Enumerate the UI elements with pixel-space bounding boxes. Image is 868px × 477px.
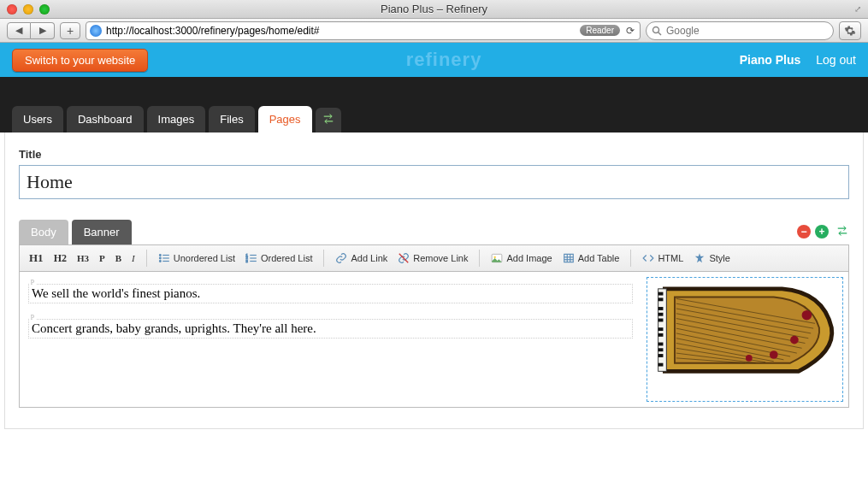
add-link-button[interactable]: Add Link xyxy=(331,250,392,267)
ordered-list-button[interactable]: 123 Ordered List xyxy=(241,250,317,267)
page-part-tabs: Body Banner − + xyxy=(19,220,849,244)
refinery-logo: refinery xyxy=(148,49,739,71)
svg-rect-45 xyxy=(658,319,664,322)
back-button[interactable]: ◀ xyxy=(7,22,31,39)
gear-icon xyxy=(844,25,856,37)
svg-rect-47 xyxy=(658,333,664,337)
html-icon xyxy=(642,252,654,264)
editor-area: We sell the world's finest pianos. Conce… xyxy=(19,271,849,408)
url-input[interactable] xyxy=(106,25,576,37)
tab-files[interactable]: Files xyxy=(209,106,254,132)
svg-rect-48 xyxy=(658,343,664,346)
editor-toolbar: H1 H2 H3 P B I Unordered List 123 Ordere… xyxy=(19,244,849,271)
svg-rect-43 xyxy=(658,307,664,310)
ol-icon: 123 xyxy=(245,252,257,264)
editor-image-slot[interactable] xyxy=(647,277,843,402)
window-titlebar: Piano Plus – Refinery ⤢ xyxy=(0,0,868,19)
window-title: Piano Plus – Refinery xyxy=(0,3,868,15)
table-icon xyxy=(563,252,575,264)
svg-rect-17 xyxy=(564,254,573,262)
reorder-icon xyxy=(322,113,334,125)
forward-button[interactable]: ▶ xyxy=(31,22,55,39)
h2-button[interactable]: H2 xyxy=(50,250,71,268)
svg-point-37 xyxy=(790,336,799,344)
add-bookmark-button[interactable]: + xyxy=(60,22,80,39)
svg-rect-46 xyxy=(658,327,664,331)
add-image-button[interactable]: Add Image xyxy=(487,250,556,267)
svg-point-4 xyxy=(159,257,161,259)
address-bar[interactable]: Reader ⟳ xyxy=(86,21,641,40)
bold-button[interactable]: B xyxy=(111,250,126,266)
search-icon xyxy=(652,26,662,36)
remove-link-button[interactable]: Remove Link xyxy=(393,250,472,267)
editor-paragraph[interactable]: Concert grands, baby grands, uprights. T… xyxy=(28,319,633,339)
browser-toolbar: ◀ ▶ + Reader ⟳ xyxy=(0,19,868,43)
admin-nav: Users Dashboard Images Files Pages xyxy=(0,77,868,132)
search-bar[interactable] xyxy=(646,21,834,40)
paragraph-button[interactable]: P xyxy=(95,250,109,266)
svg-rect-44 xyxy=(658,313,664,316)
piano-image xyxy=(650,280,840,383)
content-editable[interactable]: We sell the world's finest pianos. Conce… xyxy=(20,272,641,407)
unordered-list-button[interactable]: Unordered List xyxy=(154,250,239,267)
svg-point-6 xyxy=(159,261,161,262)
svg-point-2 xyxy=(159,255,161,256)
ul-icon xyxy=(158,252,170,264)
svg-point-39 xyxy=(746,355,753,362)
reload-icon[interactable]: ⟳ xyxy=(624,25,636,37)
page-form: Title Body Banner − + H1 H2 H3 P B I Uno… xyxy=(4,132,864,429)
part-tab-banner[interactable]: Banner xyxy=(72,220,132,244)
svg-point-38 xyxy=(770,350,778,359)
title-label: Title xyxy=(19,148,849,161)
svg-point-36 xyxy=(802,310,812,321)
style-button[interactable]: Style xyxy=(689,250,734,267)
svg-rect-41 xyxy=(658,292,664,296)
html-button[interactable]: HTML xyxy=(638,250,688,267)
image-icon xyxy=(491,252,503,264)
switch-to-website-button[interactable]: Switch to your website xyxy=(12,49,148,72)
tab-reorder[interactable] xyxy=(316,108,341,132)
svg-line-1 xyxy=(658,32,662,35)
reorder-parts-button[interactable] xyxy=(836,225,849,239)
svg-rect-50 xyxy=(658,354,664,357)
site-name-link[interactable]: Piano Plus xyxy=(740,53,801,67)
shuffle-icon xyxy=(836,225,849,237)
delete-part-button[interactable]: − xyxy=(797,225,811,238)
globe-icon xyxy=(90,25,102,37)
search-input[interactable] xyxy=(666,25,828,37)
link-icon xyxy=(335,252,347,264)
tab-users[interactable]: Users xyxy=(12,106,63,132)
unlink-icon xyxy=(398,252,410,264)
svg-text:3: 3 xyxy=(246,259,249,263)
h3-button[interactable]: H3 xyxy=(73,250,93,266)
settings-button[interactable] xyxy=(839,21,861,40)
svg-point-0 xyxy=(653,26,659,32)
italic-button[interactable]: I xyxy=(127,250,139,266)
title-input[interactable] xyxy=(19,165,849,199)
add-part-button[interactable]: + xyxy=(815,225,829,238)
add-table-button[interactable]: Add Table xyxy=(558,250,624,267)
h1-button[interactable]: H1 xyxy=(25,249,48,268)
tab-images[interactable]: Images xyxy=(147,106,206,132)
svg-point-16 xyxy=(494,256,496,258)
reader-badge[interactable]: Reader xyxy=(580,25,620,36)
part-tab-body[interactable]: Body xyxy=(19,220,68,244)
tab-pages[interactable]: Pages xyxy=(258,106,312,132)
tab-dashboard[interactable]: Dashboard xyxy=(67,106,144,132)
logout-link[interactable]: Log out xyxy=(816,53,856,67)
svg-rect-51 xyxy=(658,363,664,367)
style-icon xyxy=(694,252,706,264)
svg-rect-49 xyxy=(658,348,664,351)
app-header: Switch to your website refinery Piano Pl… xyxy=(0,43,868,77)
part-actions: − + xyxy=(797,225,849,239)
nav-buttons: ◀ ▶ xyxy=(7,22,55,39)
editor-paragraph[interactable]: We sell the world's finest pianos. xyxy=(28,284,633,303)
svg-rect-42 xyxy=(658,297,664,301)
